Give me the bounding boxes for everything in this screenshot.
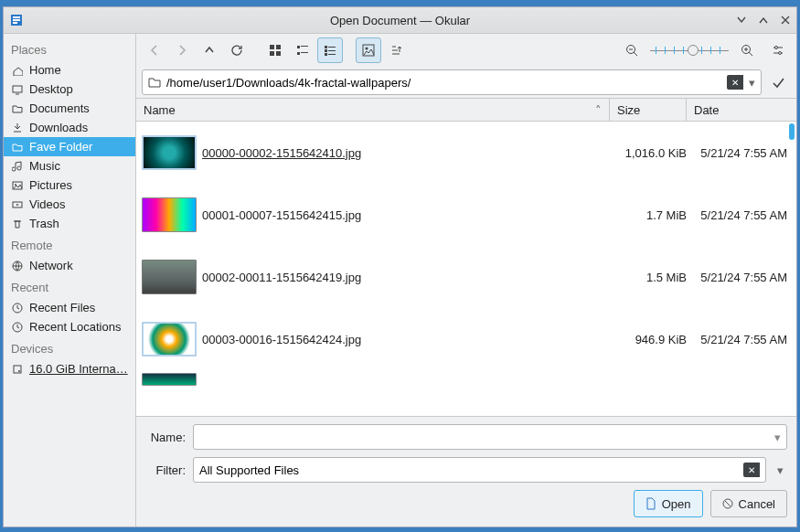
reload-button[interactable]: [224, 37, 250, 63]
name-label: Name:: [145, 431, 186, 444]
filter-input[interactable]: [199, 463, 743, 477]
image-icon: [11, 179, 24, 192]
zoom-slider[interactable]: [650, 43, 729, 58]
file-date: 5/21/24 7:55 AM: [692, 333, 791, 346]
svg-rect-1: [13, 86, 22, 92]
svg-rect-23: [328, 54, 336, 55]
name-input[interactable]: [199, 431, 774, 444]
file-name: 00002-00011-1515642419.jpg: [202, 271, 615, 284]
column-date[interactable]: Date: [687, 99, 787, 121]
zoom-in-button[interactable]: [734, 37, 760, 63]
file-row[interactable]: 00002-00011-1515642419.jpg 1.5 MiB 5/21/…: [136, 246, 796, 308]
open-button[interactable]: Open: [634, 490, 703, 517]
file-name: 00000-00002-1515642410.jpg: [202, 146, 615, 160]
thumbnail: [142, 197, 197, 232]
view-compact-button[interactable]: [290, 37, 315, 63]
network-icon: [11, 260, 24, 272]
svg-rect-18: [325, 46, 327, 48]
svg-rect-14: [297, 46, 300, 48]
sidebar-item-label: Desktop: [29, 82, 73, 96]
file-date: 5/21/24 7:55 AM: [692, 146, 791, 160]
maximize-button[interactable]: [752, 9, 774, 31]
file-row[interactable]: 00000-00002-1515642410.jpg 1,016.0 KiB 5…: [136, 122, 796, 184]
thumbnail: [142, 260, 197, 294]
sidebar-item-music[interactable]: Music: [4, 156, 135, 176]
sidebar-item-home[interactable]: Home: [4, 60, 135, 80]
file-name: 00001-00007-1515642415.jpg: [202, 208, 615, 222]
nav-up-button[interactable]: [197, 37, 222, 63]
sidebar-item-label: Pictures: [29, 178, 72, 192]
view-details-button[interactable]: [317, 37, 343, 63]
accept-path-button[interactable]: [765, 69, 791, 95]
clock-icon: [11, 302, 24, 314]
svg-rect-15: [301, 46, 308, 47]
home-icon: [11, 64, 24, 77]
nav-forward-button[interactable]: [169, 37, 195, 63]
app-icon: [9, 13, 24, 27]
nav-back-button[interactable]: [142, 37, 167, 63]
path-input-box: ✕ ▾: [142, 69, 762, 95]
sidebar-item-network[interactable]: Network: [4, 256, 135, 275]
settings-button[interactable]: [765, 37, 791, 63]
svg-point-29: [779, 52, 782, 55]
path-input[interactable]: [166, 76, 721, 90]
folder-icon: [11, 141, 24, 154]
column-name[interactable]: Name˄: [136, 99, 610, 121]
clear-filter-button[interactable]: ✕: [743, 463, 760, 477]
sidebar-item-label: Trash: [29, 217, 59, 230]
svg-rect-17: [301, 52, 308, 53]
sidebar-item-label: Downloads: [29, 121, 88, 134]
svg-rect-22: [325, 53, 327, 56]
titlebar: Open Document — Okular: [4, 7, 796, 34]
svg-rect-16: [297, 52, 300, 55]
file-size: 946.9 KiB: [615, 333, 692, 346]
svg-rect-11: [276, 45, 281, 49]
svg-rect-10: [270, 45, 274, 49]
sidebar-item-videos[interactable]: Videos: [4, 195, 135, 214]
sidebar-item-desktop[interactable]: Desktop: [4, 80, 135, 99]
sidebar-item-16-0-gib-interna-[interactable]: 16.0 GiB Interna…: [4, 359, 135, 378]
sidebar-item-label: Recent Files: [29, 301, 95, 314]
file-row[interactable]: [136, 370, 796, 388]
svg-point-9: [18, 370, 20, 372]
file-row[interactable]: 00001-00007-1515642415.jpg 1.7 MiB 5/21/…: [136, 184, 796, 246]
sidebar-item-recent-files[interactable]: Recent Files: [4, 298, 135, 317]
svg-rect-19: [328, 47, 336, 48]
close-button[interactable]: [774, 9, 796, 31]
sidebar-item-label: Music: [29, 159, 60, 173]
sidebar-item-label: Fave Folder: [29, 140, 92, 154]
scrollbar[interactable]: [787, 122, 796, 416]
music-icon: [11, 160, 24, 173]
view-icons-button[interactable]: [262, 37, 288, 63]
sidebar-item-documents[interactable]: Documents: [4, 99, 135, 118]
path-dropdown-icon[interactable]: ▾: [749, 76, 755, 90]
devices-header: Devices: [4, 336, 135, 359]
cancel-button[interactable]: Cancel: [710, 490, 787, 517]
preview-toggle-button[interactable]: [356, 37, 381, 63]
sidebar-item-pictures[interactable]: Pictures: [4, 176, 135, 195]
thumbnail: [142, 322, 197, 356]
clock-icon: [11, 321, 24, 334]
disk-icon: [11, 363, 24, 376]
sidebar-item-recent-locations[interactable]: Recent Locations: [4, 317, 135, 336]
column-size[interactable]: Size: [610, 99, 687, 121]
filter-dropdown-icon[interactable]: ▾: [773, 463, 787, 477]
sidebar-item-label: Network: [29, 259, 73, 272]
remote-header: Remote: [4, 233, 135, 256]
sort-button[interactable]: [383, 37, 409, 63]
svg-rect-13: [276, 51, 281, 56]
zoom-out-button[interactable]: [619, 37, 645, 63]
file-size: 1.7 MiB: [615, 208, 692, 222]
file-date: 5/21/24 7:55 AM: [692, 271, 791, 284]
window-title: Open Document — Okular: [4, 14, 796, 27]
sidebar-item-trash[interactable]: Trash: [4, 214, 135, 233]
sidebar-item-downloads[interactable]: Downloads: [4, 118, 135, 137]
recent-header: Recent: [4, 275, 135, 298]
document-icon: [645, 497, 656, 510]
file-row[interactable]: 00003-00016-1515642424.jpg 946.9 KiB 5/2…: [136, 308, 796, 370]
name-dropdown-icon[interactable]: ▾: [774, 431, 781, 444]
folder-icon: [11, 102, 24, 115]
minimize-button[interactable]: [731, 9, 752, 31]
sidebar-item-fave-folder[interactable]: Fave Folder: [4, 137, 135, 156]
clear-path-button[interactable]: ✕: [727, 75, 743, 90]
